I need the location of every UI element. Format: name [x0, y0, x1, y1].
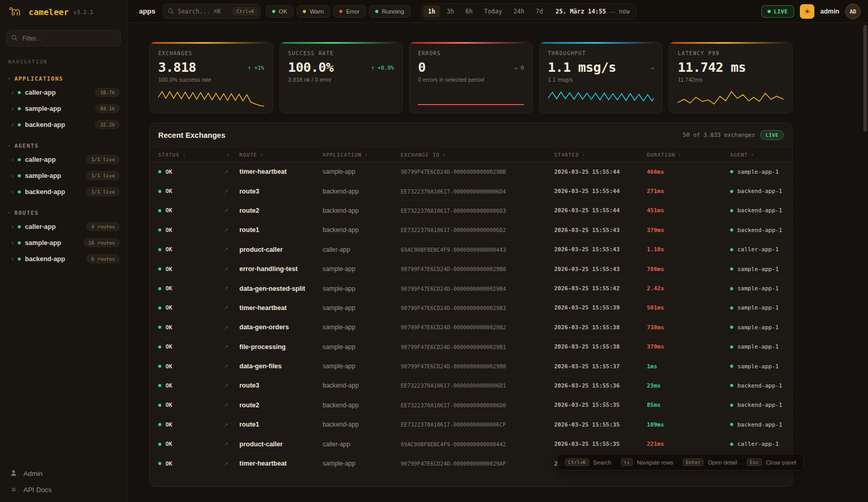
admin-label: Admin: [23, 470, 43, 478]
sidebar-item-application[interactable]: › sample-app 84.1k: [0, 100, 127, 117]
agent-name: backend-app-1: [737, 188, 782, 195]
trend-arrow-icon: ↗: [224, 286, 239, 291]
sidebar-item-agent[interactable]: › sample-app 1/1 live: [0, 168, 127, 184]
sidebar-item-label: caller-app: [25, 89, 56, 96]
application-name: sample-app: [323, 168, 401, 175]
agent-status-dot: [730, 384, 733, 387]
sidebar-item-route[interactable]: › caller-app 4 routes: [0, 218, 127, 235]
topbar-right: LIVE ☀ admin AD: [761, 4, 861, 19]
column-header-started[interactable]: STARTED↕: [554, 152, 647, 158]
status-filter-chips: OK Warn Error Running: [266, 5, 411, 18]
live-toggle[interactable]: LIVE: [761, 5, 794, 18]
table-row[interactable]: OK ↗ timer-heartbeat sample-app 90799F47…: [150, 162, 792, 182]
chevron-right-icon: ›: [11, 188, 14, 196]
live-label: LIVE: [774, 8, 788, 15]
column-header-status[interactable]: STATUS↕: [158, 152, 224, 158]
table-row[interactable]: OK ↗ route3 backend-app EE7322370A10617-…: [150, 376, 792, 395]
table-row[interactable]: OK ↗ route2 backend-app EE7322370A10617-…: [150, 396, 792, 415]
stat-card-success-rate[interactable]: SUCCESS RATE 100.0% ↑ +0.0% 3.818 ok / 0…: [279, 42, 403, 113]
stat-label: ERRORS: [418, 50, 524, 56]
column-header-duration[interactable]: DURATION↕: [647, 152, 730, 158]
table-row[interactable]: OK ↗ timer-heartbeat sample-app 90799F47…: [150, 299, 792, 318]
table-row[interactable]: OK ↗ data-gen-orders sample-app 90799F47…: [150, 318, 792, 337]
application-name: sample-app: [323, 265, 401, 273]
route-name: data-gen-orders: [239, 324, 323, 331]
application-name: caller-app: [323, 246, 401, 253]
sort-icon: ↕: [582, 152, 586, 157]
stat-subtext: 1.1 msg/s: [548, 76, 654, 83]
exchange-id: EE7322370A10617-00000000000006D2: [401, 227, 554, 233]
stat-label: LATENCY P99: [678, 50, 784, 56]
sort-icon: ↕: [260, 152, 264, 157]
column-header-trend[interactable]: ↕: [224, 152, 239, 157]
sidebar-filter-input[interactable]: [6, 30, 121, 46]
section-header-applications[interactable]: › APPLICATIONS: [0, 73, 127, 84]
range-button[interactable]: 7d: [531, 5, 548, 18]
table-row[interactable]: OK ↗ product-caller caller-app 69AC90BF8…: [150, 240, 792, 260]
application-name: backend-app: [323, 226, 401, 234]
sidebar-item-application[interactable]: › backend-app 32.2k: [0, 117, 127, 133]
status-label: OK: [165, 441, 172, 447]
agent-status-dot: [730, 190, 733, 193]
stat-value: 3.818: [158, 60, 196, 75]
status-label: OK: [165, 188, 172, 195]
status-filter-chip[interactable]: Warn: [297, 5, 330, 18]
sidebar-item-label: backend-app: [25, 188, 65, 196]
page-scrollbar[interactable]: [863, 25, 867, 498]
sidebar-item-application[interactable]: › caller-app 10.7k: [0, 84, 127, 100]
stat-card-throughput[interactable]: THROUGHPUT 1.1 msg/s → 1.1 msg/s: [539, 42, 663, 113]
chevron-right-icon: ›: [11, 255, 14, 263]
section-header-agents[interactable]: › AGENTS: [0, 140, 127, 151]
table-row[interactable]: OK ↗ data-gen-files sample-app 90799F47E…: [150, 357, 792, 376]
status-label: OK: [165, 227, 172, 234]
table-row[interactable]: OK ↗ route1 backend-app EE7322370A10617-…: [150, 415, 792, 434]
table-row[interactable]: OK ↗ route1 backend-app EE7322370A10617-…: [150, 221, 792, 240]
table-row[interactable]: OK ↗ file-processing sample-app 90799F47…: [150, 338, 792, 357]
started-timestamp: 2026-03-25 15:55:37: [554, 363, 647, 370]
range-button[interactable]: 6h: [460, 5, 478, 18]
sidebar-item-api-docs[interactable]: ≡ API Docs: [9, 485, 118, 494]
stat-card-errors[interactable]: ERRORS 0 → 0 0 errors in selected period: [409, 42, 533, 113]
exchange-id: 69AC90BF8EBC4F9-0000000000000442: [401, 441, 554, 447]
column-header-application[interactable]: APPLICATION↕: [323, 152, 401, 158]
chevron-down-icon: ›: [6, 212, 12, 214]
range-button[interactable]: 1h: [423, 5, 441, 18]
table-row[interactable]: OK ↗ route3 backend-app EE7322370A10617-…: [150, 182, 792, 201]
theme-toggle-button[interactable]: ☀: [800, 4, 814, 19]
range-button[interactable]: 3h: [441, 5, 459, 18]
route-name: data-gen-nested-split: [239, 285, 323, 292]
sidebar-item-agent[interactable]: › caller-app 1/1 live: [0, 151, 127, 168]
range-button[interactable]: 24h: [508, 5, 530, 18]
route-name: data-gen-files: [239, 363, 323, 370]
stat-value: 1.1 msg/s: [548, 60, 616, 75]
sidebar-item-route[interactable]: › sample-app 16 routes: [0, 235, 127, 251]
sidebar-item-admin[interactable]: Admin: [9, 469, 118, 478]
sidebar-item-agent[interactable]: › backend-app 1/1 live: [0, 184, 127, 200]
exchange-id: EE7322370A10617-00000000000006D0: [401, 402, 554, 408]
sidebar-item-route[interactable]: › backend-app 6 routes: [0, 251, 127, 267]
column-header-route[interactable]: ROUTE↕: [239, 152, 323, 158]
trend-arrow-icon: ↗: [224, 441, 239, 447]
brand[interactable]: cameleer v3.2.1: [0, 0, 127, 24]
table-row[interactable]: OK ↗ error-handling-test sample-app 9079…: [150, 260, 792, 279]
range-button[interactable]: Today: [479, 5, 507, 18]
table-row[interactable]: OK ↗ route2 backend-app EE7322370A10617-…: [150, 201, 792, 221]
status-filter-chip[interactable]: Running: [369, 5, 411, 18]
status-filter-chip[interactable]: OK: [266, 5, 294, 18]
started-timestamp: 2026-03-25 15:55:44: [554, 188, 647, 195]
sidebar-item-label: caller-app: [25, 223, 56, 230]
status-dot: [158, 384, 161, 387]
avatar[interactable]: AD: [845, 4, 861, 19]
column-header-exchange-id[interactable]: EXCHANGE ID↕: [401, 152, 554, 158]
stat-card-latency[interactable]: LATENCY P99 11.742 ms 11.742ms: [669, 42, 793, 113]
scrollbar-thumb[interactable]: [863, 25, 867, 132]
status-filter-chip[interactable]: Error: [333, 5, 366, 18]
column-header-agent[interactable]: AGENT↕: [730, 152, 784, 158]
agent-status-dot: [730, 345, 733, 349]
table-row[interactable]: OK ↗ data-gen-nested-split sample-app 90…: [150, 279, 792, 298]
keyboard-hint: Enter Open detail: [683, 458, 737, 466]
route-name: product-caller: [239, 441, 323, 448]
stat-card-exchanges[interactable]: EXCHANGES 3.818 ↑ +1% 100.0% success rat…: [149, 42, 273, 113]
table-row[interactable]: OK ↗ product-caller caller-app 69AC90BF8…: [150, 434, 792, 454]
section-header-routes[interactable]: › ROUTES: [0, 207, 127, 218]
